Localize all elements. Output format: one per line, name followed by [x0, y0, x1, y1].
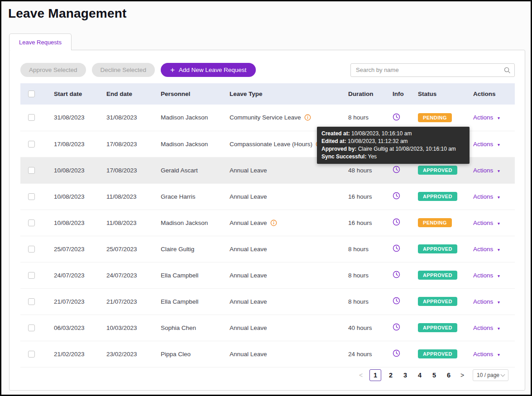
actions-dropdown[interactable]: Actions [473, 272, 501, 279]
cell-start-date: 25/07/2023 [50, 236, 103, 262]
table-row: 10/08/2023 11/08/2023 Madison Jackson An… [20, 210, 515, 236]
row-checkbox[interactable] [28, 272, 35, 279]
cell-start-date: 21/02/2023 [50, 341, 103, 367]
clock-icon[interactable] [393, 349, 400, 357]
leave-type-label: Annual Leave [230, 246, 267, 253]
header-actions: Actions [470, 83, 515, 105]
leave-type-label: Community Service Leave [230, 114, 301, 121]
row-checkbox[interactable] [28, 141, 35, 148]
table-row: 25/07/2023 25/07/2023 Claire Gultig Annu… [20, 236, 515, 262]
decline-selected-button[interactable]: Decline Selected [92, 63, 155, 77]
actions-dropdown[interactable]: Actions [473, 219, 501, 226]
clock-icon[interactable] [393, 166, 400, 173]
leave-type-label: Annual Leave [230, 351, 267, 358]
actions-label: Actions [473, 351, 493, 358]
cell-end-date: 21/07/2023 [103, 288, 157, 315]
table-header-row: Start date End date Personnel Leave Type… [20, 83, 515, 105]
search-input[interactable] [350, 63, 515, 77]
actions-dropdown[interactable]: Actions [473, 193, 501, 200]
cell-personnel: Ella Campbell [157, 262, 226, 288]
cell-end-date: 25/07/2023 [103, 236, 157, 262]
page-button-5[interactable]: 5 [429, 372, 439, 379]
cell-start-date: 17/08/2023 [50, 131, 103, 157]
page-button-4[interactable]: 4 [415, 372, 425, 379]
chevron-down-icon [497, 114, 500, 121]
status-badge: APPROVED [418, 166, 457, 175]
clock-icon[interactable] [393, 218, 400, 226]
chevron-down-icon [497, 167, 500, 174]
row-checkbox[interactable] [28, 167, 35, 174]
clock-icon[interactable] [393, 192, 400, 200]
leave-requests-panel: Approve Selected Decline Selected Add Ne… [9, 50, 525, 391]
clock-icon[interactable] [393, 271, 400, 278]
header-status: Status [414, 83, 470, 105]
row-checkbox[interactable] [28, 324, 35, 331]
cell-start-date: 10/08/2023 [50, 157, 103, 183]
chevron-down-icon [497, 351, 500, 358]
page-button-3[interactable]: 3 [400, 372, 410, 379]
select-all-checkbox[interactable] [28, 91, 35, 97]
row-checkbox[interactable] [28, 219, 35, 226]
prev-page-button[interactable]: < [356, 372, 366, 379]
actions-dropdown[interactable]: Actions [473, 351, 501, 358]
leave-type-label: Compassionate Leave (Hours) [230, 141, 312, 148]
clock-icon[interactable] [393, 244, 400, 252]
leave-type-label: Annual Leave [230, 324, 267, 331]
row-checkbox[interactable] [28, 114, 35, 121]
cell-end-date: 10/03/2023 [103, 315, 157, 341]
actions-dropdown[interactable]: Actions [473, 167, 501, 174]
info-icon[interactable] [270, 219, 277, 226]
actions-label: Actions [473, 167, 493, 174]
row-checkbox[interactable] [28, 351, 35, 358]
status-badge: APPROVED [418, 244, 457, 253]
actions-dropdown[interactable]: Actions [473, 141, 501, 148]
status-badge: PENDING [418, 218, 452, 227]
cell-duration: 24 hours [345, 341, 389, 367]
header-leave-type: Leave Type [226, 83, 345, 105]
cell-start-date: 24/07/2023 [50, 262, 103, 288]
actions-dropdown[interactable]: Actions [473, 114, 501, 121]
chevron-down-icon [497, 272, 500, 279]
toolbar: Approve Selected Decline Selected Add Ne… [20, 63, 515, 77]
table-row: 21/02/2023 23/02/2023 Pippa Cleo Annual … [20, 341, 515, 367]
actions-dropdown[interactable]: Actions [473, 324, 501, 331]
info-tooltip: Created at: 10/08/2023, 10:16:10 amEdite… [317, 127, 470, 164]
row-checkbox[interactable] [28, 298, 35, 305]
clock-icon[interactable] [393, 297, 400, 305]
actions-label: Actions [473, 324, 493, 331]
page-size-select[interactable]: 10 / page [473, 369, 508, 381]
cell-duration: 8 hours [345, 236, 389, 262]
cell-start-date: 06/03/2023 [50, 315, 103, 341]
chevron-down-icon [497, 193, 500, 200]
cell-start-date: 21/07/2023 [50, 288, 103, 315]
leave-type-label: Annual Leave [230, 272, 267, 279]
page-button-1[interactable]: 1 [369, 369, 381, 381]
leave-type-label: Annual Leave [230, 193, 267, 200]
approve-selected-button[interactable]: Approve Selected [20, 63, 86, 77]
page-button-6[interactable]: 6 [444, 372, 454, 379]
page-button-2[interactable]: 2 [386, 372, 396, 379]
actions-dropdown[interactable]: Actions [473, 298, 501, 305]
next-page-button[interactable]: > [457, 372, 467, 379]
tab-leave-requests[interactable]: Leave Requests [9, 33, 72, 50]
chevron-down-icon [497, 324, 500, 331]
cell-duration: 40 hours [345, 315, 389, 341]
chevron-down-icon [501, 372, 505, 377]
table-row: 21/07/2023 21/07/2023 Ella Campbell Annu… [20, 288, 515, 315]
actions-label: Actions [473, 272, 493, 279]
search-box [350, 63, 515, 77]
actions-dropdown[interactable]: Actions [473, 246, 501, 253]
status-badge: APPROVED [418, 297, 457, 306]
clock-icon[interactable] [393, 113, 400, 121]
cell-start-date: 10/08/2023 [50, 183, 103, 210]
cell-end-date: 11/08/2023 [103, 183, 157, 210]
add-leave-request-button[interactable]: Add New Leave Request [161, 63, 256, 77]
add-leave-request-label: Add New Leave Request [179, 67, 246, 73]
search-icon [503, 67, 511, 74]
pagination-pages: 123456 [369, 369, 454, 381]
row-checkbox[interactable] [28, 193, 35, 200]
row-checkbox[interactable] [28, 246, 35, 253]
info-icon[interactable] [304, 114, 311, 121]
clock-icon[interactable] [393, 323, 400, 331]
header-info: Info [389, 83, 414, 105]
